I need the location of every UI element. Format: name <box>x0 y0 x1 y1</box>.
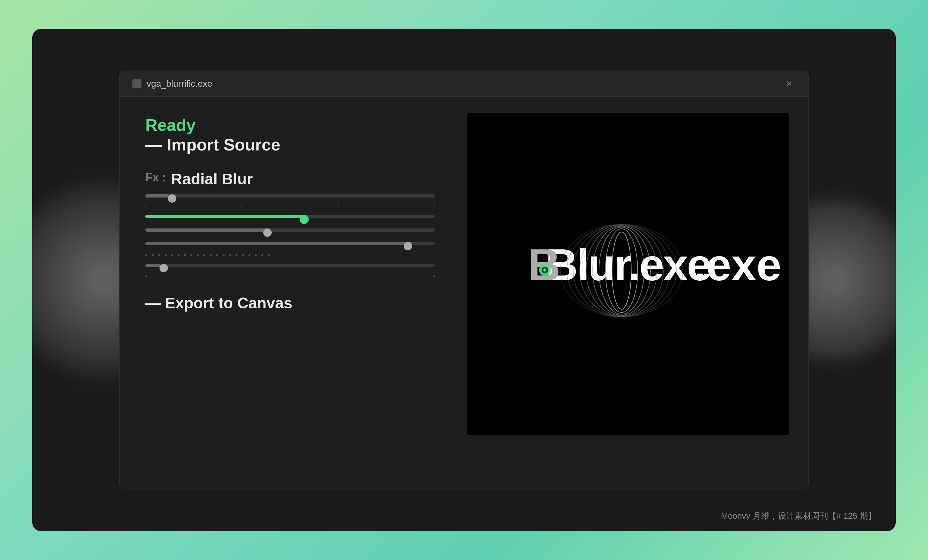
dot <box>171 254 173 256</box>
dot <box>268 254 270 256</box>
dot <box>249 254 250 256</box>
status-ready: Ready — Import Source <box>145 116 435 170</box>
slider-4-wrapper <box>145 239 435 258</box>
dot <box>191 254 192 256</box>
slider-3-wrapper <box>145 225 435 236</box>
slider-4[interactable] <box>145 242 435 245</box>
dot <box>177 254 180 256</box>
dot <box>235 254 238 256</box>
export-to-canvas[interactable]: — Export to Canvas <box>145 294 435 312</box>
svg-text:Blur.exe: Blur.exe <box>545 240 711 290</box>
dot <box>145 254 147 256</box>
title-bar: vga_blurrific.exe × <box>119 71 809 97</box>
dot <box>165 254 166 256</box>
svg-point-19 <box>543 269 546 272</box>
slider-5-dots <box>145 274 435 279</box>
fx-label-row: Fx : Radial Blur <box>145 170 435 188</box>
slider-1-row <box>145 191 435 201</box>
dot <box>152 254 154 256</box>
slider-2-wrapper <box>145 212 435 223</box>
dot <box>197 254 199 256</box>
slider-4-dots <box>145 252 435 258</box>
watermark: Moonvy 月维，设计素材周刊【# 125 期】 <box>721 510 876 522</box>
slider-5[interactable] <box>145 264 435 267</box>
preview-svg: Blur.exe <box>467 113 789 435</box>
svg-rect-3 <box>134 84 139 85</box>
window-title: vga_blurrific.exe <box>147 79 783 89</box>
close-button[interactable]: × <box>783 77 795 90</box>
dot <box>216 254 218 256</box>
slider-2-row <box>145 212 435 221</box>
radial-blur-label: Radial Blur <box>171 170 253 188</box>
dot <box>255 254 257 256</box>
svg-text:.exe: .exe <box>694 240 781 290</box>
app-window: vga_blurrific.exe × Ready — Import Sourc… <box>119 70 809 490</box>
svg-rect-2 <box>134 82 138 84</box>
slider-1-ticks <box>145 204 435 206</box>
dot <box>223 254 224 256</box>
dot <box>158 254 160 256</box>
dot <box>261 254 263 256</box>
app-icon <box>133 79 142 88</box>
fx-prefix: Fx : <box>145 171 166 184</box>
main-content: Ready — Import Source Fx : Radial Blur <box>119 97 809 489</box>
slider-1[interactable] <box>145 194 435 197</box>
right-panel: Blur.exe <box>461 97 809 489</box>
svg-rect-1 <box>134 81 140 81</box>
slider-5-wrapper <box>145 261 435 279</box>
dot <box>242 254 244 256</box>
left-panel: Ready — Import Source Fx : Radial Blur <box>119 97 461 489</box>
slider-3[interactable] <box>145 229 435 232</box>
slider-5-row <box>145 261 435 270</box>
slider-2[interactable] <box>145 215 435 218</box>
dot <box>210 254 212 256</box>
dot <box>433 276 435 278</box>
slider-4-row <box>145 239 435 249</box>
dot <box>229 254 231 256</box>
dot <box>203 254 205 256</box>
slider-1-wrapper <box>145 191 435 209</box>
dot <box>184 254 186 256</box>
slider-3-row <box>145 225 435 235</box>
screen: vga_blurrific.exe × Ready — Import Sourc… <box>32 29 896 531</box>
dot <box>145 276 147 278</box>
preview-canvas: Blur.exe <box>467 113 789 435</box>
